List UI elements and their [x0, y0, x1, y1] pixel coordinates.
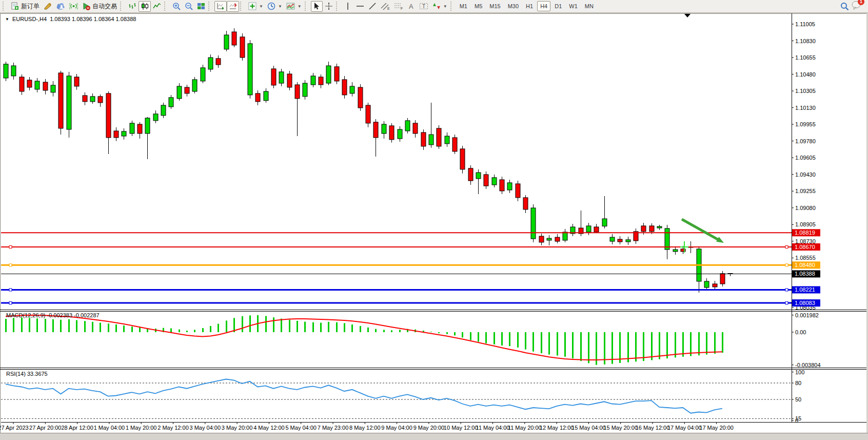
time-tick: 9 May 04:00: [381, 425, 412, 431]
candle-body: [704, 281, 709, 288]
trendline-button[interactable]: [366, 1, 379, 12]
timeframe-D1[interactable]: D1: [551, 1, 565, 11]
time-tick: 27 Apr 2023: [0, 425, 29, 431]
fibonacci-button[interactable]: F: [392, 1, 405, 12]
candle-body: [295, 85, 300, 99]
line-handle[interactable]: [785, 264, 788, 266]
time-tick: 11 May 20:00: [508, 425, 542, 431]
candle-body: [137, 124, 142, 133]
timeframe-MN[interactable]: MN: [582, 1, 597, 11]
candle-body: [98, 97, 103, 103]
toolbar-grip: [3, 2, 7, 11]
chevron-down-icon: ▼: [278, 4, 282, 9]
svg-text:E: E: [387, 7, 390, 10]
mt4-application: { "toolbar": { "new_order_label": "新订单",…: [0, 0, 868, 440]
candle-body: [240, 37, 245, 58]
ohlc-readout: 1.08393 1.08396 1.08364 1.08388: [50, 16, 136, 22]
new-order-button[interactable]: 新订单: [9, 1, 42, 12]
periods-button[interactable]: ▼: [265, 1, 284, 12]
candle-body: [11, 66, 16, 76]
candlestick-chart-icon: [141, 2, 149, 10]
candle-body: [177, 86, 182, 99]
bar-chart-button[interactable]: [126, 1, 139, 12]
candle-body: [460, 149, 465, 169]
signals-icon: [69, 2, 78, 10]
cursor-icon: [313, 2, 320, 10]
line-handle[interactable]: [785, 302, 788, 304]
candle-body: [437, 128, 441, 146]
vertical-line-button[interactable]: [342, 1, 354, 12]
macd-name: MACD(12,26,9): [6, 312, 45, 318]
symbol-dropdown-icon[interactable]: ▼: [5, 17, 9, 22]
signals-button[interactable]: [67, 1, 80, 12]
timeframe-M30[interactable]: M30: [505, 1, 522, 11]
timeframe-M15[interactable]: M15: [486, 1, 503, 11]
templates-button[interactable]: ▼: [284, 1, 304, 12]
candle-body: [358, 87, 363, 108]
timeframe-M1[interactable]: M1: [457, 1, 470, 11]
candlestick-chart-button[interactable]: [139, 1, 151, 12]
chat-button[interactable]: 1: [851, 1, 861, 12]
timeframe-M5[interactable]: M5: [471, 1, 485, 11]
chart-shift-button[interactable]: [227, 1, 239, 12]
text-button[interactable]: A: [405, 1, 417, 12]
window-bottom-edge[interactable]: [0, 433, 868, 440]
candle-body: [106, 93, 111, 138]
toolbar-grip: [208, 2, 212, 11]
zoom-in-button[interactable]: [170, 1, 183, 12]
time-axis: 27 Apr 202327 Apr 20:0028 Apr 12:001 May…: [0, 422, 734, 431]
cursor-button[interactable]: [311, 1, 323, 12]
candle-body: [248, 44, 252, 95]
search-button[interactable]: [838, 1, 851, 12]
candle-body: [507, 183, 512, 190]
crosshair-button[interactable]: [323, 1, 335, 12]
trend-arrow-line[interactable]: [682, 219, 720, 241]
line-chart-button[interactable]: [151, 1, 163, 12]
candle-body: [43, 82, 48, 90]
candle-body: [19, 77, 24, 91]
label-icon: T: [419, 2, 428, 10]
pane-borders: [0, 13, 867, 423]
crayon-button[interactable]: [42, 1, 54, 12]
horizontal-line-button[interactable]: [354, 1, 366, 12]
time-tick: 27 Apr 20:00: [29, 425, 61, 431]
line-handle[interactable]: [785, 289, 788, 291]
macd-layer: [6, 315, 723, 365]
price-tick: 1.11005: [795, 21, 815, 27]
candle-body: [4, 64, 8, 78]
indicators-button[interactable]: ▼: [246, 1, 265, 12]
community-button[interactable]: [54, 1, 67, 12]
line-handle[interactable]: [9, 264, 12, 266]
time-tick: 10 May 12:00: [444, 425, 478, 431]
arrows-button[interactable]: ▼: [430, 1, 449, 12]
auto-scroll-button[interactable]: [214, 1, 227, 12]
label-button[interactable]: T: [417, 1, 430, 12]
price-tag-text: 1.08388: [795, 271, 815, 277]
chart-canvas[interactable]: 1.110051.108301.106551.104801.103051.101…: [0, 0, 868, 440]
line-handle[interactable]: [9, 302, 12, 304]
autotrade-button[interactable]: 自动交易: [80, 1, 119, 12]
price-tick: 1.10655: [795, 54, 816, 61]
channel-button[interactable]: E: [379, 1, 392, 12]
chart-shift-icon: [229, 2, 237, 10]
zoom-out-button[interactable]: [183, 1, 195, 12]
candle-body: [539, 236, 544, 242]
timeframe-H1[interactable]: H1: [523, 1, 536, 11]
line-handle[interactable]: [785, 246, 788, 248]
tile-windows-button[interactable]: [195, 1, 207, 12]
community-cloud-icon: [56, 2, 65, 10]
timeframe-H4[interactable]: H4: [537, 1, 550, 11]
time-tick: 28 Apr 12:00: [61, 425, 93, 431]
chart-shift-marker[interactable]: [684, 14, 691, 17]
line-handle[interactable]: [9, 289, 12, 291]
auto-scroll-icon: [216, 2, 225, 10]
text-icon: A: [409, 3, 413, 10]
candle-body: [67, 76, 71, 129]
timeframe-W1[interactable]: W1: [566, 1, 581, 11]
time-tick: 15 May 20:00: [603, 425, 638, 431]
rsi-indicator-label: RSI(14) 33.3675: [6, 371, 48, 377]
line-handle[interactable]: [9, 246, 12, 248]
timeframe-group: M1M5M15M30H1H4D1W1MN: [457, 1, 597, 11]
svg-text:T: T: [422, 4, 425, 9]
candle-body: [224, 35, 229, 49]
